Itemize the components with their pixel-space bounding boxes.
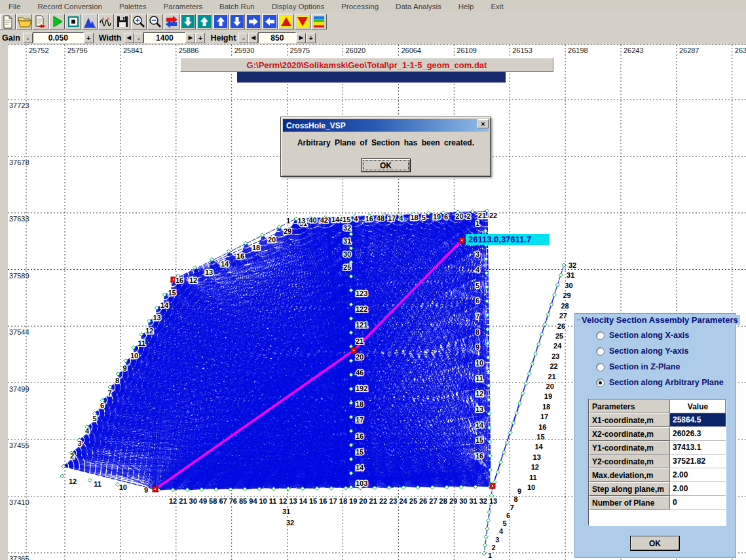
svg-text:24: 24 (400, 497, 408, 505)
width-decrease-button[interactable]: - (134, 33, 143, 43)
svg-text:29: 29 (284, 227, 291, 235)
height-decrease-button[interactable]: - (238, 33, 248, 43)
gain-input[interactable] (33, 32, 84, 43)
menu-item-record-conversion[interactable]: Record Conversion (29, 1, 111, 12)
amplitude-up-button[interactable] (278, 14, 294, 29)
stop-button[interactable] (65, 14, 81, 29)
save-button[interactable] (115, 14, 130, 29)
velocity-panel: Velocity Section Assembly Parameters Sec… (574, 313, 736, 558)
menu-item-exit[interactable]: Exit (482, 1, 512, 12)
value-cell[interactable]: 2.00 (670, 468, 726, 482)
dialog-title-bar[interactable]: CrossHole_VSP (283, 119, 489, 132)
doc-export-icon (33, 14, 48, 29)
histogram-button[interactable] (82, 14, 98, 29)
menu-item-data-analysis[interactable]: Data Analysis (387, 1, 450, 12)
menu-item-batch-run[interactable]: Batch Run (211, 1, 263, 12)
radio-section-along-arbitrary-plane[interactable]: Section along Arbitrary Plane (596, 377, 724, 388)
svg-text:5: 5 (93, 415, 97, 422)
new-file-button[interactable] (0, 14, 16, 29)
width-step-left-button[interactable]: ◀ (124, 33, 134, 43)
table-header-parameters: Parameters (589, 400, 670, 413)
svg-text:32: 32 (569, 261, 576, 269)
arrow-up-teal-icon (197, 14, 212, 29)
height-input[interactable] (258, 32, 296, 43)
height-step-right-button[interactable]: ▶ (296, 33, 306, 43)
palette-button[interactable] (311, 14, 327, 29)
table-row: Max.deviation,m2.00 (589, 468, 726, 482)
panel-ok-button[interactable]: OK (630, 536, 680, 551)
close-icon[interactable]: × (477, 119, 489, 128)
svg-text:8: 8 (513, 495, 517, 503)
svg-text:26198: 26198 (568, 47, 588, 54)
svg-text:26109: 26109 (457, 47, 477, 54)
menu-bar: FileRecord ConversionPalettesParametersB… (0, 0, 746, 12)
menu-item-palettes[interactable]: Palettes (111, 1, 155, 12)
menu-item-file[interactable]: File (0, 1, 29, 12)
value-cell[interactable]: 25864.5 (670, 413, 726, 427)
svg-text:16: 16 (356, 432, 364, 440)
color-stripes-icon (312, 14, 326, 29)
file-path-bar: G:\Perm\2020\Solikamsk\Geo\Total\pr_1-1-… (180, 58, 553, 72)
menu-item-processing[interactable]: Processing (333, 1, 387, 12)
height-step-left-button[interactable]: ◀ (248, 33, 258, 43)
radio-section-along-y-axis[interactable]: Section along Y-axis (596, 346, 688, 356)
svg-text:25752: 25752 (29, 47, 49, 54)
svg-text:5: 5 (503, 519, 507, 527)
swap-direction-button[interactable] (164, 14, 179, 29)
move-left-button[interactable] (262, 14, 278, 29)
svg-text:123: 123 (356, 289, 367, 297)
gain-label: Gain (2, 33, 20, 43)
value-cell[interactable]: 26026.3 (670, 427, 726, 441)
move-right-button[interactable] (246, 14, 261, 29)
svg-text:37455: 37455 (9, 441, 29, 449)
gain-increase-button[interactable]: + (84, 33, 94, 43)
save-convert-button[interactable] (33, 14, 48, 29)
svg-text:27: 27 (429, 497, 437, 505)
radio-section-along-x-axis[interactable]: Section along X-axis (596, 330, 689, 341)
shift-up-teal-button[interactable] (196, 14, 212, 29)
svg-text:42: 42 (320, 216, 328, 224)
trace-wave-button[interactable] (98, 14, 114, 29)
amplitude-down-button[interactable] (295, 14, 310, 29)
shift-down-teal-button[interactable] (180, 14, 196, 29)
gain-decrease-button[interactable]: - (23, 33, 33, 43)
width-increase-button[interactable]: + (195, 33, 205, 43)
source-marker-center (155, 489, 156, 490)
svg-text:15: 15 (476, 436, 483, 444)
width-step-right-button[interactable]: ▶ (185, 33, 195, 43)
coordinate-tooltip: 26113.0,37611.7 (466, 234, 550, 245)
value-cell[interactable]: 2.00 (670, 482, 726, 496)
move-up-button[interactable] (213, 14, 229, 29)
radio-unselected-icon[interactable] (596, 347, 605, 356)
svg-text:25841: 25841 (123, 47, 143, 54)
zoom-out-button[interactable] (147, 14, 163, 29)
run-button[interactable] (49, 14, 65, 29)
arrow-right-blue-icon (246, 14, 261, 29)
menu-item-display-options[interactable]: Display Options (263, 1, 333, 12)
move-down-button[interactable] (229, 14, 245, 29)
value-cell[interactable]: 37413.1 (670, 441, 726, 455)
svg-text:17: 17 (388, 214, 396, 222)
radio-selected-icon[interactable] (596, 379, 605, 387)
menu-item-help[interactable]: Help (450, 1, 483, 12)
svg-text:13: 13 (289, 497, 297, 505)
value-cell[interactable]: 0 (670, 496, 726, 510)
svg-text:24: 24 (553, 342, 562, 350)
value-cell[interactable]: 37521.82 (670, 455, 726, 468)
radio-section-in-z-plane[interactable]: Section in Z-Plane (596, 362, 680, 372)
zoom-in-button[interactable] (131, 14, 147, 29)
mag-plus-icon (132, 14, 146, 29)
table-row: X1-coordinate,m25864.5 (589, 413, 726, 427)
radio-unselected-icon[interactable] (596, 331, 605, 340)
radio-unselected-icon[interactable] (596, 363, 605, 371)
height-increase-button[interactable]: + (306, 33, 316, 43)
table-row: Y2-coordinate,m37521.82 (589, 455, 726, 468)
source-marker-center (461, 240, 462, 241)
svg-text:25886: 25886 (179, 47, 199, 54)
radio-label: Section along Y-axis (609, 346, 688, 356)
menu-item-parameters[interactable]: Parameters (155, 1, 211, 12)
dialog-ok-button[interactable]: OK (361, 159, 411, 172)
open-file-button[interactable] (16, 14, 32, 29)
width-input[interactable] (143, 32, 185, 43)
svg-text:14: 14 (476, 421, 484, 429)
